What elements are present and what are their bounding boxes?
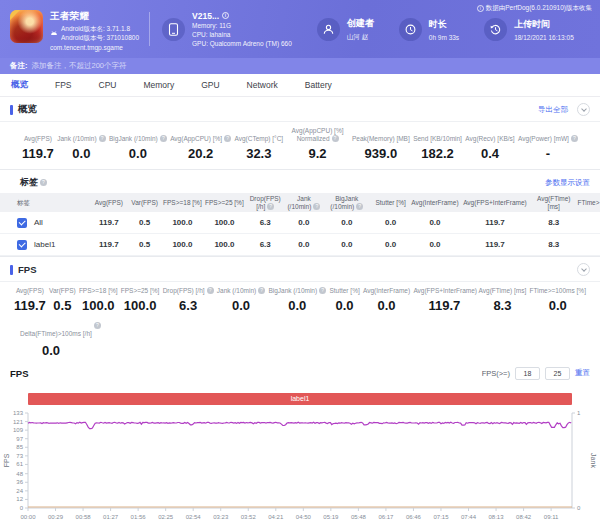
fps-collapse-button[interactable] xyxy=(577,263,590,276)
stat-value: 100.0 xyxy=(82,298,115,313)
axis-tick-label: 08:42 xyxy=(516,514,532,520)
stat-label: Avg(AppCPU) [%] Normalized? xyxy=(287,127,349,143)
fps-section: FPS Avg(FPS)119.7Var(FPS)0.5FPS>=18 [%]1… xyxy=(0,256,600,380)
column-header: Var(FPS) xyxy=(128,199,162,207)
row-label: All xyxy=(34,218,43,227)
creator-block: 创建者 山河 赵 xyxy=(317,17,374,42)
tab-cpu[interactable]: CPU xyxy=(99,80,117,90)
stat: FPS>=18 [%]100.0 xyxy=(79,287,118,313)
stat-label: Peak(Memory) [MB] xyxy=(352,135,410,143)
header-divider xyxy=(149,12,150,46)
upload-time-value: 18/12/2021 16:13:05 xyxy=(514,34,574,41)
stat: FPS>=25 [%]100.0 xyxy=(121,287,160,313)
info-icon[interactable]: ? xyxy=(224,135,231,142)
info-icon[interactable]: ? xyxy=(258,287,265,294)
row-label-cell: All xyxy=(0,218,90,228)
phone-icon-circle xyxy=(162,18,185,41)
axis-tick-label: 121 xyxy=(13,419,24,425)
axis-tick-label: 06:17 xyxy=(378,514,394,520)
row-checkbox[interactable] xyxy=(17,218,27,228)
stat-label: Var(FPS) xyxy=(49,287,76,295)
column-header: Avg(FPS) xyxy=(90,199,128,207)
duration-block: 时长 0h 9m 33s xyxy=(399,18,459,41)
axis-tick-label: 04:50 xyxy=(296,514,312,520)
axis-tick-label: 07:15 xyxy=(433,514,449,520)
axis-tick-label: 01:27 xyxy=(103,514,119,520)
title-accent-bar xyxy=(10,105,13,115)
info-icon[interactable]: ? xyxy=(313,203,320,210)
table-cell: 8.3 xyxy=(530,218,577,227)
column-header: Drop(FPS) [/h]? xyxy=(245,195,285,210)
info-icon[interactable]: ? xyxy=(160,135,167,142)
stat-label: Avg(CTemp) [°C] xyxy=(234,135,283,143)
info-icon[interactable]: ? xyxy=(571,135,578,142)
reset-link[interactable]: 重置 xyxy=(575,368,590,378)
info-icon[interactable]: ? xyxy=(319,287,326,294)
stat-label: FTime>=100ms [%] xyxy=(529,287,585,295)
axis-tick-label: 08:13 xyxy=(489,514,505,520)
axis-tick-label: 02:54 xyxy=(186,514,202,520)
fps-threshold-low-input[interactable] xyxy=(515,367,540,380)
stat-value: 8.3 xyxy=(493,298,511,313)
stat-value: 0.0 xyxy=(232,298,250,313)
axis-tick-label: 07:44 xyxy=(461,514,477,520)
info-icon[interactable]: ? xyxy=(99,135,106,142)
device-cpu: CPU: lahaina xyxy=(192,30,292,39)
stat: FTime>=100ms [%]0.0 xyxy=(529,287,585,313)
stat: Jank (/10min)?0.0 xyxy=(57,135,105,161)
table-cell: 6.3 xyxy=(245,240,285,249)
display-settings-link[interactable]: 参数显示设置 xyxy=(545,178,590,188)
stat-value: 20.2 xyxy=(188,146,213,161)
tab-battery[interactable]: Battery xyxy=(305,80,332,90)
info-icon[interactable]: ? xyxy=(94,322,101,329)
info-icon[interactable]: ? xyxy=(356,203,363,210)
labels-head: 标签 ? 参数显示设置 xyxy=(0,170,600,193)
table-cell: 100.0 xyxy=(161,218,203,227)
axis-tick-label: 05:19 xyxy=(323,514,339,520)
table-cell: 119.7 xyxy=(460,218,531,227)
fps-chart[interactable]: label1 012243648617385971091211330100:00… xyxy=(0,388,600,529)
fps-chart-canvas[interactable]: 012243648617385971091211330100:0000:2900… xyxy=(0,388,600,529)
user-icon xyxy=(323,24,334,35)
info-icon[interactable]: ? xyxy=(332,135,339,142)
note-placeholder: 添加备注，不超过200个字符 xyxy=(32,61,127,71)
table-cell: 0.0 xyxy=(410,240,459,249)
fps-chart-head: FPS FPS(>=) 重置 xyxy=(0,362,600,380)
overview-section: 概览 导出全部 Avg(FPS)119.7Jank (/10min)?0.0Bi… xyxy=(0,97,600,169)
axis-tick-label: 00:58 xyxy=(76,514,92,520)
row-checkbox[interactable] xyxy=(17,240,27,250)
axis-tick-label: 73 xyxy=(16,453,23,459)
note-label: 备注: xyxy=(10,61,28,71)
column-header: FTime> xyxy=(577,199,600,207)
app-package: com.tencent.tmgp.sgame xyxy=(50,44,139,51)
info-icon[interactable]: ? xyxy=(267,203,274,210)
stat: Jank (/10min)?0.0 xyxy=(217,287,265,313)
stat: Avg(FPS)119.7 xyxy=(14,287,46,313)
fps-threshold-high-input[interactable] xyxy=(545,367,570,380)
note-bar[interactable]: 备注: 添加备注，不超过200个字符 xyxy=(0,58,600,74)
tab-fps[interactable]: FPS xyxy=(55,80,72,90)
collected-note-text: 数据由PerfDog(6.0.210910)版本收集 xyxy=(486,4,592,13)
android-icon xyxy=(50,30,58,38)
tab-gpu[interactable]: GPU xyxy=(201,80,219,90)
app-block: 王者荣耀 Android版本名: 3.71.1.8 Android版本号: 37… xyxy=(10,7,139,51)
device-info-icon[interactable]: i xyxy=(222,12,229,19)
table-cell: 0.0 xyxy=(371,218,411,227)
labels-info-icon[interactable]: ? xyxy=(40,179,47,186)
tab-network[interactable]: Network xyxy=(247,80,278,90)
row-label-cell: label1 xyxy=(0,240,90,250)
stat: Stutter [%]0.0 xyxy=(329,287,359,313)
column-header: Avg(FPS+InterFrame) xyxy=(460,199,531,207)
tab-overview[interactable]: 概览 xyxy=(11,79,28,91)
stat-label: Avg(FTime) [ms] xyxy=(479,287,527,295)
device-memory: Memory: 11G xyxy=(192,21,292,30)
axis-tick-label: 24 xyxy=(16,488,23,494)
stat-value: 939.0 xyxy=(365,146,398,161)
tab-memory[interactable]: Memory xyxy=(143,80,174,90)
stat: BigJank (/10min)?0.0 xyxy=(109,135,167,161)
stat-label: FPS>=18 [%] xyxy=(79,287,118,295)
overview-collapse-button[interactable] xyxy=(577,103,590,116)
export-all-link[interactable]: 导出全部 xyxy=(538,105,568,115)
fps-extra-stat: Delta(FTime)>100ms [/h]? 0.0 xyxy=(0,319,600,362)
info-icon[interactable]: ? xyxy=(207,287,214,294)
